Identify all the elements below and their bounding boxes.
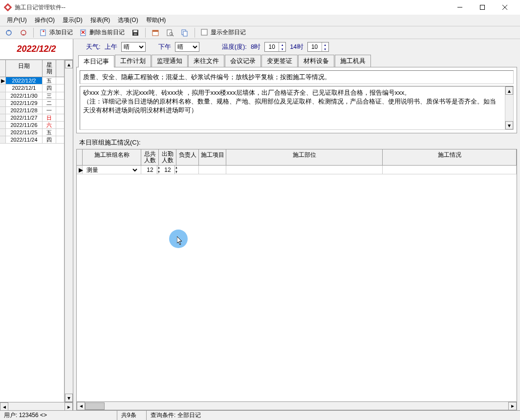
scroll-up-arrow[interactable]: ▴ xyxy=(65,60,73,68)
menu-help[interactable]: 帮助(H) xyxy=(142,15,170,26)
tab-3[interactable]: 来往文件 xyxy=(188,55,224,67)
col-date-header[interactable]: 日期 xyxy=(6,60,43,77)
row-indicator xyxy=(0,107,6,114)
cell-leader[interactable] xyxy=(176,166,199,174)
gcol-name[interactable]: 施工班组名称 xyxy=(83,149,141,165)
temp1-input[interactable] xyxy=(265,43,279,50)
tab-5[interactable]: 变更签证 xyxy=(261,55,298,67)
save-button[interactable] xyxy=(129,28,142,38)
date-list-header: 日期 星期 xyxy=(0,60,64,77)
day-cell: 五 xyxy=(43,77,56,84)
cell-name[interactable]: 测量 xyxy=(83,166,141,174)
attend-input[interactable] xyxy=(161,167,174,173)
window-controls xyxy=(449,0,516,15)
scroll-up-arrow[interactable]: ▴ xyxy=(505,86,513,95)
date-row[interactable]: 2022/11/28一 xyxy=(0,107,64,114)
date-row[interactable]: 2022/11/24四 xyxy=(0,136,64,144)
delete-diary-button[interactable]: 删除当前日记 xyxy=(77,27,128,38)
content-textarea[interactable] xyxy=(80,86,505,130)
scrollbar-thumb[interactable] xyxy=(85,402,105,410)
gcol-project[interactable]: 施工项目 xyxy=(199,149,226,165)
scroll-left-arrow[interactable]: ◂ xyxy=(77,402,85,410)
spinner-down[interactable]: ▼ xyxy=(279,47,285,51)
scroll-left-arrow[interactable]: ◂ xyxy=(0,402,8,411)
date-cell: 2022/11/28 xyxy=(6,107,43,114)
spinner-up[interactable]: ▲ xyxy=(157,166,160,170)
gcol-attend[interactable]: 出勤人数 xyxy=(159,149,176,165)
tool-refresh-1[interactable] xyxy=(2,28,16,38)
tab-2[interactable]: 监理通知 xyxy=(152,55,188,67)
date-row[interactable]: 2022/11/27日 xyxy=(0,114,64,122)
date-list[interactable]: 日期 星期 ▶2022/12/2五2022/12/1四2022/11/30三20… xyxy=(0,60,65,402)
cell-attend[interactable]: ▲▼ xyxy=(159,166,176,174)
tool-refresh-2[interactable] xyxy=(17,28,30,38)
cell-project[interactable] xyxy=(199,166,226,174)
textarea-scrollbar[interactable]: ▴ ▾ xyxy=(505,86,514,130)
time1-label: 8时 xyxy=(251,42,260,51)
spinner-down[interactable]: ▼ xyxy=(322,47,328,51)
date-row[interactable]: 2022/11/25五 xyxy=(0,129,64,136)
tool-preview[interactable] xyxy=(163,28,177,38)
scroll-right-arrow[interactable]: ▸ xyxy=(65,402,73,411)
date-row[interactable]: 2022/11/26六 xyxy=(0,122,64,129)
svg-rect-8 xyxy=(41,30,45,36)
gcol-location[interactable]: 施工部位 xyxy=(226,149,383,165)
menu-user[interactable]: 用户(U) xyxy=(3,15,31,26)
show-all-label: 显示全部日记 xyxy=(211,28,246,37)
minimize-button[interactable] xyxy=(449,0,471,15)
date-cell: 2022/11/24 xyxy=(6,136,43,143)
close-button[interactable] xyxy=(494,0,516,15)
tab-1[interactable]: 工作计划 xyxy=(115,55,151,67)
menu-report[interactable]: 报表(R) xyxy=(87,15,114,26)
tab-6[interactable]: 材料设备 xyxy=(298,55,334,67)
team-grid-wrap: 施工班组名称 总共人数 出勤人数 负责人 施工项目 施工部位 施工情况 ▶测量▲… xyxy=(76,149,517,410)
grid-horizontal-scrollbar[interactable]: ◂ ▸ xyxy=(77,401,517,410)
right-panel: 天气: 上午 晴 下午 晴 温度(度): 8时 ▲▼ 14时 ▲▼ 本日记事工作… xyxy=(73,39,520,410)
spinner-up[interactable]: ▲ xyxy=(175,166,178,170)
tab-4[interactable]: 会议记录 xyxy=(225,55,261,67)
cell-status[interactable] xyxy=(383,166,517,174)
show-all-button[interactable]: 显示全部日记 xyxy=(198,27,249,38)
scroll-right-arrow[interactable]: ▸ xyxy=(508,402,517,410)
add-diary-button[interactable]: 添加日记 xyxy=(37,27,76,38)
scroll-down-arrow[interactable]: ▾ xyxy=(505,121,513,129)
date-row[interactable]: ▶2022/12/2五 xyxy=(0,77,64,84)
cell-location[interactable] xyxy=(226,166,383,174)
spinner-up[interactable]: ▲ xyxy=(322,42,328,47)
date-row[interactable]: 2022/11/30三 xyxy=(0,92,64,100)
spinner-up[interactable]: ▲ xyxy=(279,42,285,47)
gcol-total[interactable]: 总共人数 xyxy=(141,149,159,165)
grid-row[interactable]: ▶测量▲▼▲▼ xyxy=(77,166,517,174)
add-diary-label: 添加日记 xyxy=(49,28,73,37)
team-grid[interactable]: 施工班组名称 总共人数 出勤人数 负责人 施工项目 施工部位 施工情况 ▶测量▲… xyxy=(77,149,517,401)
cell-total[interactable]: ▲▼ xyxy=(141,166,159,174)
tab-7[interactable]: 施工机具 xyxy=(335,55,371,67)
date-row[interactable]: 2022/12/1四 xyxy=(0,84,64,92)
menu-operate[interactable]: 操作(O) xyxy=(31,15,59,26)
date-horizontal-scrollbar[interactable]: ◂ ▸ xyxy=(0,402,73,410)
total-input[interactable] xyxy=(143,167,157,173)
spinner-down[interactable]: ▼ xyxy=(175,170,178,174)
row-indicator xyxy=(0,129,6,136)
spinner-down[interactable]: ▼ xyxy=(157,170,160,174)
gcol-status[interactable]: 施工情况 xyxy=(383,149,517,165)
date-list-scrollbar[interactable]: ▴ ▾ xyxy=(65,60,73,402)
status-query-value: 全部日记 xyxy=(177,411,201,420)
temp2-spinner[interactable]: ▲▼ xyxy=(307,42,329,52)
tool-calendar[interactable] xyxy=(149,28,162,38)
temp1-spinner[interactable]: ▲▼ xyxy=(264,42,286,52)
menu-options[interactable]: 选项(O) xyxy=(114,15,142,26)
scroll-down-arrow[interactable]: ▾ xyxy=(65,394,73,402)
am-weather-select[interactable]: 晴 xyxy=(121,42,146,52)
col-day-header[interactable]: 星期 xyxy=(43,60,56,77)
tab-0[interactable]: 本日记事 xyxy=(78,55,114,67)
date-cell: 2022/12/2 xyxy=(6,77,43,84)
tool-copy[interactable] xyxy=(178,28,192,38)
gcol-leader[interactable]: 负责人 xyxy=(176,149,199,165)
pm-weather-select[interactable]: 晴 xyxy=(175,42,199,52)
menu-display[interactable]: 显示(D) xyxy=(59,15,87,26)
name-select[interactable]: 测量 xyxy=(85,166,139,174)
maximize-button[interactable] xyxy=(471,0,494,15)
temp2-input[interactable] xyxy=(308,43,322,50)
date-row[interactable]: 2022/11/29二 xyxy=(0,100,64,107)
